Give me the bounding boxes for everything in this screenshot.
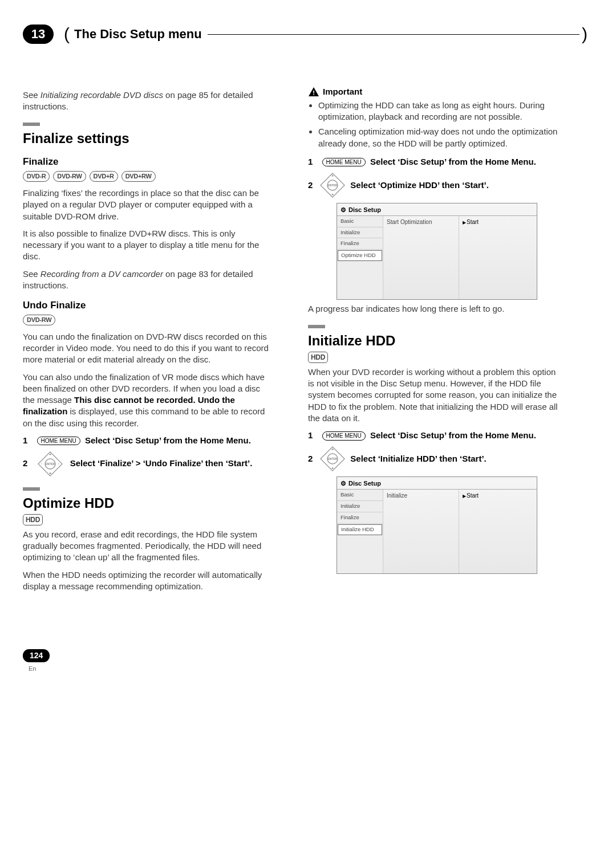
svg-text:+: + [331,447,334,451]
undo-paragraph-2: You can also undo the finalization of VR… [23,372,274,429]
nav-enter-icon: ENTER + + ◦ ◦ [37,451,63,477]
initialize-hdd-heading: Initialize HDD [308,332,559,350]
home-menu-button-icon: HOME MENU [322,158,366,167]
screenshot-title-text: Disc Setup [348,206,381,214]
step-text: Select ‘Disc Setup’ from the Home Menu. [370,157,536,166]
disc-badge: DVD-R [23,171,50,182]
disc-badge: DVD-RW [23,315,55,325]
sidebar-item: Basic [337,216,383,227]
screenshot-title: ⚙ Disc Setup [337,203,537,215]
screenshot-title: ⚙ Disc Setup [337,477,537,489]
undo-step-2: 2 ENTER + + ◦ ◦ Select ‘Finalize’ > ‘Und… [23,451,274,477]
section-rule [308,325,325,328]
chapter-number-badge: 13 [23,25,54,44]
optimize-step-1: 1 HOME MENU Select ‘Disc Setup’ from the… [308,156,559,168]
sidebar-item: Basic [337,490,383,501]
warning-icon: ! [308,87,319,97]
screenshot-sidebar: Basic Initialize Finalize Optimize HDD [337,216,383,299]
step-number: 2 [308,180,313,191]
optimize-paragraph-2: When the HDD needs optimizing the record… [23,569,274,593]
nav-enter-icon: ENTER + + [319,446,346,472]
svg-text:ENTER: ENTER [45,462,55,466]
svg-text:◦: ◦ [40,462,42,466]
finalize-paragraph-1: Finalizing ‘fixes’ the recordings in pla… [23,188,274,222]
svg-text:◦: ◦ [58,462,59,466]
screenshot-start-label: Start [463,492,479,500]
disc-badge: DVD-RW [53,171,86,182]
hdd-badge: HDD [23,514,43,525]
step-number: 1 [308,157,313,166]
step-number: 2 [23,458,27,468]
finalize-disc-badges: DVD-R DVD-RW DVD+R DVD+RW [23,171,274,182]
intro-paragraph: See Initializing recordable DVD discs on… [23,89,274,113]
disc-setup-icon: ⚙ [341,479,346,488]
paren-icon: ( [64,23,70,46]
step-number: 1 [308,430,313,440]
finalize-see-ref: See Recording from a DV camcorder on pag… [23,268,274,292]
undo-finalize-heading: Undo Finalize [23,299,274,312]
svg-text:+: + [331,466,334,470]
svg-text:+: + [48,453,51,457]
sidebar-item: Initialize [337,501,383,512]
step-text: Select ‘Initialize HDD’ then ‘Start’. [350,453,486,464]
chapter-title-wrap: ( The Disc Setup menu ) [64,23,587,46]
hdd-badge: HDD [308,352,328,363]
bullet-item: Optimizing the HDD can take as long as e… [318,100,559,123]
section-rule [23,123,40,126]
undo-step-1: 1 HOME MENU Select ‘Disc Setup’ from the… [23,435,274,446]
right-column: ! Important Optimizing the HDD can take … [308,86,559,598]
sidebar-item: Initialize [337,227,383,239]
step-text: Select ‘Finalize’ > ‘Undo Finalize’ then… [70,458,253,468]
sidebar-item: Finalize [337,238,383,250]
optimize-step-2: 2 ENTER + + Select ‘Optimize HDD’ then ‘… [308,172,559,198]
finalize-settings-heading: Finalize settings [23,129,274,148]
screenshot-center-label: Start Optimization [383,216,459,299]
header-rule [208,34,579,35]
step-text: Select ‘Disc Setup’ from the Home Menu. [370,430,536,440]
init-paragraph-1: When your DVD recorder is working withou… [308,366,559,424]
page-number: 124 [23,649,50,662]
optimize-paragraph-1: As you record, erase and edit recordings… [23,529,274,564]
disc-badge: DVD+R [90,171,118,182]
paren-close-icon: ) [582,23,587,46]
important-bullets: Optimizing the HDD can take as long as e… [308,100,559,149]
undo-paragraph-1: You can undo the finalization on DVD-RW … [23,331,274,366]
step-number: 1 [23,435,27,445]
home-menu-button-icon: HOME MENU [37,437,80,446]
svg-text:+: + [331,193,334,197]
svg-text:ENTER: ENTER [328,457,338,461]
sidebar-item-selected: Optimize HDD [338,250,382,261]
step-number: 2 [308,453,313,464]
left-column: See Initializing recordable DVD discs on… [23,86,274,598]
home-menu-button-icon: HOME MENU [322,431,366,441]
page-footer: 124 En [23,649,587,674]
chapter-header: 13 ( The Disc Setup menu ) [23,23,587,46]
bullet-item: Canceling optimization mid-way does not … [318,126,559,149]
screenshot-center-label: Initialize [383,490,459,573]
reference: Recording from a DV camcorder [40,269,163,279]
finalize-paragraph-2: It is also possible to finalize DVD+RW d… [23,228,274,263]
finalize-heading: Finalize [23,156,274,169]
disc-setup-screenshot-optimize: ⚙ Disc Setup Basic Initialize Finalize O… [337,203,537,300]
svg-text:!: ! [313,89,315,96]
screenshot-sidebar: Basic Initialize Finalize Initialize HDD [337,490,383,573]
intro-reference: Initializing recordable DVD discs [40,90,163,100]
undo-disc-badges: DVD-RW [23,315,274,325]
sidebar-item: Finalize [337,512,383,524]
optimize-hdd-heading: Optimize HDD [23,494,274,512]
svg-text:ENTER: ENTER [328,184,338,187]
important-header: ! Important [308,86,559,97]
text: See [23,269,40,279]
step-text: Select ‘Optimize HDD’ then ‘Start’. [350,180,489,191]
language-label: En [29,665,36,672]
screenshot-title-text: Disc Setup [348,479,381,488]
text: See [23,90,40,100]
step-text: Select ‘Disc Setup’ from the Home Menu. [85,435,251,445]
section-rule [23,487,40,491]
screenshot-start-label: Start [463,218,479,226]
disc-setup-icon: ⚙ [341,206,346,214]
nav-enter-icon: ENTER + + [319,172,346,198]
init-step-2: 2 ENTER + + Select ‘Initialize HDD’ then… [308,446,559,472]
progress-note: A progress bar indicates how long there … [308,303,559,315]
important-label: Important [323,86,362,97]
